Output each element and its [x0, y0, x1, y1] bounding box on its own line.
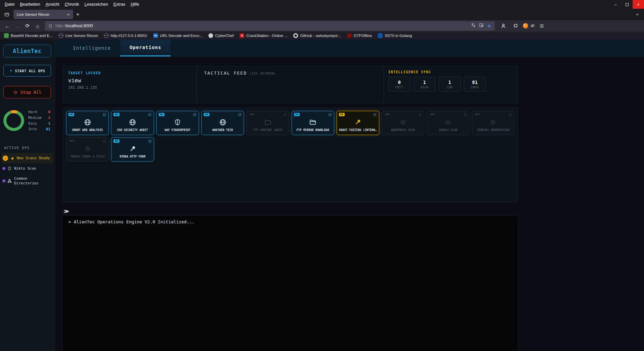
globe-favicon: [59, 33, 63, 38]
active-ops-header: ACTIVE OPS: [0, 141, 54, 153]
account-icon[interactable]: [499, 21, 508, 31]
list-all-tabs-icon[interactable]: [633, 10, 642, 19]
severity-row-hard: Hard0: [28, 109, 51, 115]
new-tab-button[interactable]: +: [73, 10, 83, 19]
reload-icon[interactable]: ⟳: [23, 21, 32, 31]
op-card-jenkins-enumeration[interactable]: OFF JENKINS ENUMERATION: [472, 111, 514, 135]
forward-icon[interactable]: →: [13, 21, 22, 31]
terminal-line: > AlienTec Operations Engine V2.0 Initia…: [68, 219, 512, 225]
url-bar[interactable]: http://localhost:8000 ★: [45, 21, 495, 31]
external-link-icon[interactable]: [148, 139, 152, 143]
start-all-ops-button[interactable]: START ALL OPS: [3, 65, 51, 77]
gear-icon: [489, 119, 497, 126]
menu-datei[interactable]: Datei: [2, 1, 17, 8]
external-link-icon[interactable]: [103, 113, 106, 117]
active-op-nikto[interactable]: Nikto Scan: [1, 164, 53, 174]
ip-extension-label[interactable]: IP: [531, 24, 535, 28]
op-card-label: SMART WEB ANALYSIS: [72, 129, 103, 132]
stop-all-button[interactable]: Stop All: [3, 86, 51, 98]
browser-tab[interactable]: Live Sensor Recon ×: [13, 10, 73, 19]
close-button[interactable]: ×: [633, 0, 644, 9]
menu-lesezeichen[interactable]: Lesezeichen: [82, 1, 111, 8]
status-badge: ON: [339, 113, 345, 116]
menu-hilfe[interactable]: Hilfe: [128, 1, 142, 8]
bookmark-favicon: [4, 33, 9, 38]
terminal-collapse-icon[interactable]: ≫: [64, 208, 69, 214]
menu-bearbeiten[interactable]: Bearbeiten: [17, 1, 43, 8]
op-card-smart-web-analysis[interactable]: ON SMART WEB ANALYSIS: [66, 111, 109, 135]
external-link-icon[interactable]: [463, 113, 467, 117]
menu-ansicht[interactable]: Ansicht: [43, 1, 62, 8]
op-card-label: JENKINS ENUMERATION: [477, 129, 509, 132]
menu-extras[interactable]: Extras: [111, 1, 128, 8]
external-link-icon[interactable]: [238, 113, 242, 117]
stat-high: 1HIGH: [413, 77, 436, 92]
op-card-ftp-content-check[interactable]: OFF FTP CONTENT CHECK: [246, 111, 289, 135]
url-text: http://localhost:8000: [55, 24, 471, 28]
severity-donut-chart: [3, 110, 24, 131]
active-op-common-directories[interactable]: Common Directories: [1, 174, 53, 188]
globe-icon: [84, 119, 91, 126]
back-icon[interactable]: ←: [3, 21, 12, 31]
folder-icon: [264, 119, 271, 126]
external-link-icon[interactable]: [103, 139, 106, 143]
url-host: localhost:8000: [66, 24, 93, 28]
bookmark-cyberchef[interactable]: CyberChef: [208, 33, 234, 38]
picture-in-picture-icon[interactable]: [479, 23, 484, 29]
hamburger-menu-icon[interactable]: [537, 21, 547, 31]
op-card-wordpress-scan[interactable]: OFF WORDPRESS SCAN: [382, 111, 424, 135]
lightning-icon: [9, 69, 13, 73]
bookmark-gtfobins[interactable]: GTFOBins: [347, 33, 372, 38]
menu-bar: Datei Bearbeiten Ansicht Chronik Lesezei…: [0, 0, 644, 9]
op-card-ssh-security-audit[interactable]: ON SSH SECURITY AUDIT: [111, 111, 154, 135]
bookmark-github[interactable]: GitHub - swisskyrepo/...: [293, 33, 341, 38]
op-card-label: HYDRA HTTP FORM: [120, 155, 146, 158]
foxyproxy-icon[interactable]: [523, 23, 528, 29]
external-link-icon[interactable]: [193, 113, 197, 117]
gear-icon: [444, 119, 452, 126]
maximize-button[interactable]: [621, 0, 633, 9]
bookmark-live-sensor-recon[interactable]: Live Sensor Recon: [59, 33, 98, 38]
external-link-icon[interactable]: [283, 113, 287, 117]
translate-icon[interactable]: [471, 23, 476, 29]
status-badge: ON: [113, 139, 119, 143]
home-icon[interactable]: ⌂: [33, 21, 42, 31]
gtfobins-favicon: [347, 33, 352, 38]
toolbar-extensions: IP: [499, 21, 547, 31]
external-link-icon[interactable]: [148, 113, 152, 117]
active-op-new-scans[interactable]: ✓ ★ New Scans Ready: [1, 153, 53, 164]
op-card-hydra-http-form[interactable]: ON HYDRA HTTP FORM: [111, 137, 154, 162]
external-link-icon[interactable]: [373, 113, 377, 117]
op-card-ftp-mirror-download[interactable]: ON FTP MIRROR DOWNLOAD: [292, 111, 334, 135]
extensions-icon[interactable]: [511, 21, 520, 31]
bookmark-url-decode[interactable]: URLURL Decode and Enco...: [153, 33, 203, 38]
firefox-view-icon[interactable]: [2, 10, 11, 19]
terminal-output[interactable]: > AlienTec Operations Engine V2.0 Initia…: [63, 215, 517, 351]
main-area: Intelligence Operations TARGET LOCKED vi…: [55, 39, 644, 351]
tab-intelligence[interactable]: Intelligence: [63, 39, 120, 56]
bookmark-base64[interactable]: Base64 Decode and E...: [4, 33, 53, 38]
stat-low: 1LOW: [439, 77, 461, 92]
op-card-joomla-scan[interactable]: OFF JOOMLA SCAN: [427, 111, 469, 135]
external-link-icon[interactable]: [508, 113, 512, 117]
tab-close-icon[interactable]: ×: [66, 12, 70, 17]
op-card-tomcat-creds[interactable]: OFF TOMCAT CREDS & FILES: [66, 137, 109, 162]
bookmark-sstii[interactable]: SSTII in Golang: [378, 33, 412, 38]
status-badge: ON: [113, 113, 119, 116]
menu-chronik[interactable]: Chronik: [62, 1, 82, 8]
minimize-button[interactable]: –: [610, 0, 621, 9]
op-card-vhost-fuzzing[interactable]: ON VHOST FUZZING (INTERN…: [337, 111, 379, 135]
bookmark-crackstation[interactable]: DCrackStation - Online ...: [240, 33, 287, 38]
shield-icon[interactable]: [48, 24, 53, 28]
tab-operations[interactable]: Operations: [120, 39, 170, 56]
stat-info: 81INFO: [464, 77, 486, 92]
tab-bar: Live Sensor Recon × +: [0, 9, 644, 20]
external-link-icon[interactable]: [328, 113, 332, 117]
external-link-icon[interactable]: [418, 113, 422, 117]
op-card-whatweb-tech[interactable]: ON WHATWEB TECH: [201, 111, 244, 135]
op-card-waf-fingerprint[interactable]: ON WAF FINGERPRINT: [156, 111, 199, 135]
bookmark-localhost-8001[interactable]: http://127.0.0.1:8001/: [104, 33, 147, 38]
hammer-icon: [129, 145, 136, 152]
bookmark-star-icon[interactable]: ★: [487, 23, 491, 29]
maximize-icon: [626, 3, 629, 6]
